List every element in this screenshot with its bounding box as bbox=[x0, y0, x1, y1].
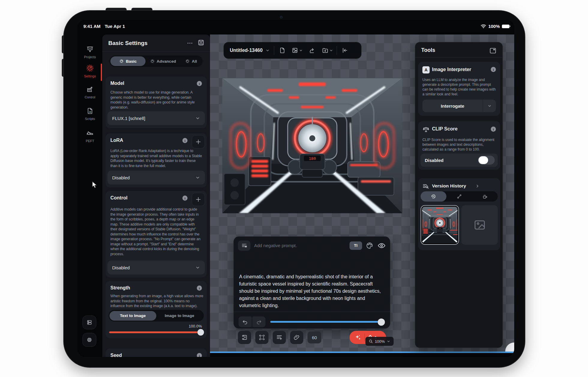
tab-label: All bbox=[192, 59, 197, 64]
image-interpreter-icon: A bbox=[422, 66, 430, 73]
active-nav-indicator bbox=[101, 64, 102, 81]
strength-slider-knob[interactable] bbox=[197, 329, 204, 336]
panel-collapse-icon[interactable] bbox=[489, 47, 496, 54]
chevron-right-icon[interactable] bbox=[475, 184, 480, 188]
share-button[interactable] bbox=[306, 47, 318, 54]
mode-label: Image to Image bbox=[165, 313, 194, 318]
info-icon[interactable]: i bbox=[491, 127, 496, 132]
mode-label: Text to Image bbox=[120, 313, 146, 318]
tab-basic[interactable]: Basic bbox=[110, 56, 146, 66]
selection-icon bbox=[259, 334, 265, 341]
info-icon[interactable]: i bbox=[182, 196, 188, 201]
info-icon[interactable]: i bbox=[197, 81, 202, 86]
screen: 9:41 AM Tue Apr 1 100% Projects Settings… bbox=[77, 20, 514, 357]
mode-image-to-image[interactable]: Image to Image bbox=[156, 311, 203, 321]
sidebar-item-label: Control bbox=[77, 95, 103, 99]
lora-dropdown[interactable]: Disabled bbox=[107, 171, 205, 184]
prompt-panel: Add negative prompt. TI A cinematic, dra… bbox=[233, 236, 390, 329]
strength-slider[interactable] bbox=[109, 331, 203, 333]
selection-button[interactable] bbox=[255, 331, 268, 344]
add-control-button[interactable] bbox=[192, 193, 205, 206]
interrogate-button[interactable]: Interrogate bbox=[422, 100, 496, 112]
mode-text-to-image[interactable]: Text to Image bbox=[110, 311, 156, 321]
canvas-artwork[interactable] bbox=[222, 78, 402, 213]
more-options-icon[interactable] bbox=[187, 40, 193, 46]
text-image-mode-badge[interactable]: TI bbox=[350, 241, 362, 250]
section-title: Control bbox=[110, 195, 128, 201]
coffee-icon bbox=[482, 194, 488, 199]
version-history-filter bbox=[421, 191, 498, 202]
sidebar-item-scripts[interactable]: JS Scripts bbox=[77, 107, 103, 121]
tab-advanced[interactable]: Advanced bbox=[146, 56, 181, 66]
chevron-down-icon bbox=[329, 49, 333, 52]
info-icon[interactable]: i bbox=[197, 286, 202, 291]
prompt-list-button[interactable] bbox=[273, 331, 286, 344]
strength-value: 100.0% bbox=[189, 324, 202, 328]
settings-panel-header: Basic Settings bbox=[102, 34, 210, 52]
undo-button[interactable] bbox=[238, 316, 252, 327]
sidebar-item-control[interactable]: Control bbox=[77, 86, 103, 99]
scales-icon bbox=[422, 126, 430, 133]
model-dropdown[interactable]: FLUX.1 [schnell] bbox=[107, 111, 205, 125]
section-title: Model bbox=[110, 81, 124, 86]
new-document-icon bbox=[279, 47, 286, 54]
lora-dropdown-value: Disabled bbox=[112, 175, 130, 180]
info-icon[interactable]: i bbox=[197, 353, 202, 357]
control-dropdown[interactable]: Disabled bbox=[107, 261, 205, 274]
tab-all[interactable]: All bbox=[181, 56, 202, 66]
filter-path[interactable] bbox=[446, 191, 472, 202]
filter-history[interactable] bbox=[421, 191, 446, 202]
zoom-level: 100% bbox=[375, 339, 385, 344]
filter-coffee[interactable] bbox=[472, 191, 498, 202]
control-dropdown-value: Disabled bbox=[112, 265, 130, 270]
steps-button[interactable]: 60 bbox=[308, 331, 321, 343]
eye-icon[interactable] bbox=[377, 241, 386, 250]
sidebar-item-projects[interactable]: Projects bbox=[77, 46, 103, 59]
version-history-card: Version History bbox=[418, 178, 500, 250]
image-placeholder-icon bbox=[473, 218, 486, 232]
card-description: CLIP Score is used to evaluate the align… bbox=[422, 137, 497, 152]
version-thumbnail-selected[interactable] bbox=[421, 205, 459, 245]
mouse-cursor bbox=[92, 181, 98, 188]
info-icon[interactable]: i bbox=[491, 67, 496, 72]
sidebar-item-settings[interactable]: Settings bbox=[77, 64, 103, 78]
panel-title: Basic Settings bbox=[108, 40, 148, 46]
interrogate-menu-button[interactable] bbox=[483, 100, 496, 112]
chip-button[interactable] bbox=[82, 333, 96, 347]
prompt-input[interactable]: A cinematic, dramatic and hyperrealistic… bbox=[239, 273, 386, 309]
document-title-menu[interactable]: Untitled-13460 bbox=[224, 48, 274, 53]
import-image-button[interactable] bbox=[289, 47, 306, 54]
clip-score-toggle[interactable] bbox=[478, 156, 495, 165]
section-title: Seed bbox=[110, 353, 122, 357]
negative-prompt-toggle-button[interactable] bbox=[238, 241, 250, 251]
save-to-folder-button[interactable] bbox=[318, 47, 337, 54]
sparkles-icon bbox=[350, 334, 364, 341]
guidance-slider[interactable] bbox=[270, 321, 381, 323]
guidance-slider-knob[interactable] bbox=[378, 319, 385, 326]
chevron-down-icon bbox=[266, 48, 270, 52]
card-description: Uses an LLM to analyze the image and gen… bbox=[422, 77, 496, 97]
settings-icon bbox=[86, 64, 94, 72]
tab-label: Advanced bbox=[157, 59, 176, 64]
new-document-button[interactable] bbox=[274, 47, 289, 54]
chip-icon bbox=[86, 337, 93, 343]
add-lora-button[interactable] bbox=[192, 135, 205, 148]
collapse-panel-button[interactable] bbox=[337, 47, 353, 54]
info-icon[interactable]: i bbox=[182, 138, 188, 143]
status-date: Tue Apr 1 bbox=[105, 24, 125, 29]
redo-button[interactable] bbox=[252, 316, 266, 327]
script-button[interactable] bbox=[238, 331, 251, 344]
sidebar-item-label: PEFT bbox=[77, 139, 103, 143]
server-button[interactable] bbox=[82, 316, 96, 329]
interrogate-label: Interrogate bbox=[422, 100, 483, 112]
sidebar-item-peft[interactable]: PEFT bbox=[77, 129, 103, 143]
palette-icon[interactable] bbox=[366, 242, 374, 250]
peft-shoe-icon bbox=[86, 129, 94, 137]
toggle-label: Disabled bbox=[425, 158, 444, 163]
attachment-button[interactable] bbox=[290, 331, 303, 344]
save-icon[interactable] bbox=[197, 39, 205, 46]
version-thumbnail-empty[interactable] bbox=[461, 205, 498, 245]
paperclip-icon bbox=[293, 334, 300, 341]
zoom-control[interactable]: 100% bbox=[365, 337, 394, 346]
negative-prompt-input[interactable]: Add negative prompt. bbox=[254, 243, 297, 248]
